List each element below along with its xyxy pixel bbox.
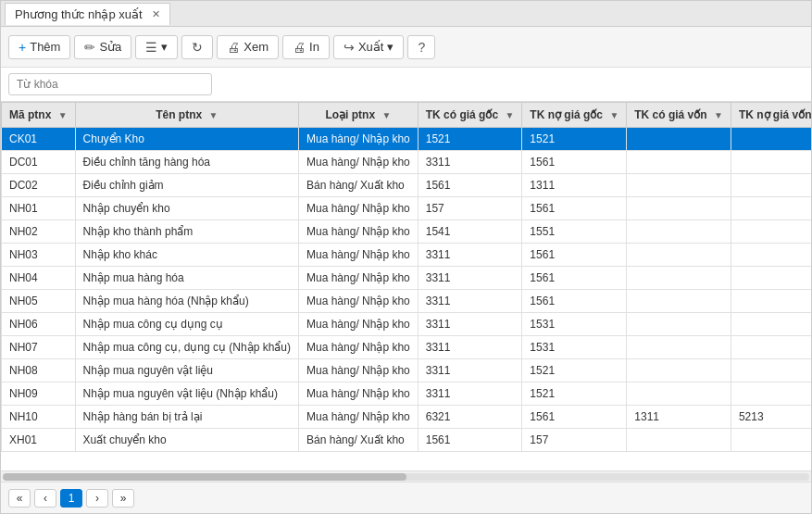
cell-tk_co_gia_von [627, 290, 731, 313]
table-row[interactable]: NH01Nhập chuyển khoMua hàng/ Nhập kho157… [2, 197, 812, 220]
export-dropdown-icon: ▾ [387, 40, 394, 54]
cell-tk_co_gia_goc: 1561 [418, 174, 522, 197]
cell-tk_no_gia_von [731, 244, 811, 267]
cell-ma_ptnx: NH01 [2, 197, 76, 220]
cell-tk_no_gia_von [731, 197, 811, 220]
view-label: Xem [244, 40, 269, 54]
print-icon: 🖨 [293, 40, 306, 55]
cell-tk_no_gia_von [731, 336, 811, 359]
cell-tk_no_gia_von [731, 429, 811, 452]
filter-icon-tk-co-gia-goc: ▼ [505, 110, 514, 120]
add-button[interactable]: + Thêm [8, 35, 70, 59]
cell-loai_ptnx: Mua hàng/ Nhập kho [299, 197, 418, 220]
table-row[interactable]: NH10Nhập hàng bán bị trả lạiMua hàng/ Nh… [2, 406, 812, 429]
cell-ma_ptnx: NH07 [2, 336, 76, 359]
cell-ma_ptnx: XH01 [2, 429, 76, 452]
cell-ten_ptnx: Nhập mua nguyên vật liệu [75, 359, 298, 382]
col-ten-ptnx[interactable]: Tên ptnx ▼ [75, 103, 298, 128]
cell-tk_no_gia_goc: 1521 [522, 359, 627, 382]
last-page-button[interactable]: » [112, 489, 134, 508]
refresh-button[interactable]: ↻ [181, 35, 213, 59]
cell-tk_no_gia_von [731, 313, 811, 336]
cell-tk_co_gia_goc: 3311 [418, 336, 522, 359]
table-row[interactable]: NH07Nhập mua công cụ, dụng cụ (Nhập khẩu… [2, 336, 812, 359]
edit-button[interactable]: ✏ Sửa [74, 35, 131, 59]
cell-loai_ptnx: Mua hàng/ Nhập kho [299, 220, 418, 244]
cell-tk_co_gia_von [627, 359, 731, 382]
table-row[interactable]: XH01Xuất chuyển khoBán hàng/ Xuất kho156… [2, 429, 812, 452]
cell-tk_co_gia_von [627, 244, 731, 267]
table-header-row: Mã ptnx ▼ Tên ptnx ▼ Loại ptnx ▼ TK có g… [2, 103, 812, 128]
cell-tk_no_gia_goc: 1551 [522, 220, 627, 244]
edit-icon: ✏ [84, 40, 95, 55]
cell-tk_co_gia_goc: 3311 [418, 244, 522, 267]
tab-close-icon[interactable]: ✕ [152, 8, 160, 20]
cell-ten_ptnx: Chuyển Kho [75, 128, 298, 151]
cell-tk_no_gia_von [731, 359, 811, 382]
first-page-button[interactable]: « [8, 489, 31, 508]
cell-loai_ptnx: Mua hàng/ Nhập kho [299, 336, 418, 359]
cell-ma_ptnx: CK01 [2, 128, 76, 151]
filter-icon-ma-ptnx: ▼ [58, 110, 68, 120]
cell-ma_ptnx: NH05 [2, 290, 76, 313]
table-row[interactable]: NH03Nhập kho khácMua hàng/ Nhập kho33111… [2, 244, 812, 267]
cell-ten_ptnx: Nhập kho thành phẩm [75, 220, 298, 244]
search-input[interactable] [8, 73, 212, 95]
col-ma-ptnx[interactable]: Mã ptnx ▼ [2, 103, 76, 128]
cell-loai_ptnx: Mua hàng/ Nhập kho [299, 244, 418, 267]
table-row[interactable]: DC02Điều chỉnh giảmBán hàng/ Xuất kho156… [2, 174, 812, 197]
cell-ten_ptnx: Nhập mua hàng hóa [75, 267, 298, 290]
table-row[interactable]: NH08Nhập mua nguyên vật liệuMua hàng/ Nh… [2, 359, 812, 382]
table-area: Mã ptnx ▼ Tên ptnx ▼ Loại ptnx ▼ TK có g… [1, 102, 811, 470]
toolbar: + Thêm ✏ Sửa ☰ ▾ ↻ 🖨 Xem 🖨 In ↪ Xuất ▾ ? [1, 27, 811, 68]
cell-tk_no_gia_von [731, 220, 811, 244]
cell-ma_ptnx: NH10 [2, 406, 76, 429]
col-tk-no-gia-goc[interactable]: TK nợ giá gốc ▼ [522, 103, 627, 128]
view-button[interactable]: 🖨 Xem [217, 35, 279, 59]
next-page-button[interactable]: › [86, 489, 108, 508]
table-row[interactable]: NH02Nhập kho thành phẩmMua hàng/ Nhập kh… [2, 220, 812, 244]
cell-tk_co_gia_goc: 3311 [418, 267, 522, 290]
cell-loai_ptnx: Mua hàng/ Nhập kho [299, 382, 418, 406]
add-label: Thêm [30, 40, 60, 54]
table-row[interactable]: NH09Nhập mua nguyên vật liệu (Nhập khẩu)… [2, 382, 812, 406]
cell-tk_no_gia_goc: 1561 [522, 151, 627, 174]
scrollbar-track [3, 473, 809, 481]
filter-icon-ten-ptnx: ▼ [209, 110, 219, 120]
view-icon: 🖨 [227, 40, 240, 55]
tab-label: Phương thức nhập xuất [15, 7, 143, 21]
cell-tk_co_gia_goc: 1541 [418, 220, 522, 244]
table-row[interactable]: NH06Nhập mua công cụ dụng cụMua hàng/ Nh… [2, 313, 812, 336]
help-button[interactable]: ? [407, 35, 435, 59]
prev-page-button[interactable]: ‹ [34, 489, 56, 508]
table-row[interactable]: NH05Nhập mua hàng hóa (Nhập khẩu)Mua hàn… [2, 290, 812, 313]
export-label: Xuất [358, 40, 384, 54]
scrollbar-thumb[interactable] [3, 473, 406, 481]
table-row[interactable]: NH04Nhập mua hàng hóaMua hàng/ Nhập kho3… [2, 267, 812, 290]
cell-tk_co_gia_von [627, 128, 731, 151]
table-row[interactable]: DC01Điều chỉnh tăng hàng hóaMua hàng/ Nh… [2, 151, 812, 174]
print-button[interactable]: 🖨 In [282, 35, 330, 59]
col-tk-co-gia-von[interactable]: TK có giá vốn ▼ [627, 103, 731, 128]
col-tk-no-gia-von[interactable]: TK nợ giá vốn ▼ [731, 103, 811, 128]
export-button[interactable]: ↪ Xuất ▾ [333, 35, 405, 59]
cell-tk_no_gia_goc: 1561 [522, 290, 627, 313]
cell-tk_no_gia_goc: 1561 [522, 267, 627, 290]
horizontal-scrollbar[interactable] [1, 470, 811, 482]
cell-tk_no_gia_goc: 1311 [522, 174, 627, 197]
tab-phuong-thuc-nhap-xuat[interactable]: Phương thức nhập xuất ✕ [5, 3, 170, 25]
current-page-button[interactable]: 1 [60, 489, 82, 508]
cell-tk_no_gia_goc: 1521 [522, 128, 627, 151]
pagination-bar: « ‹ 1 › » [1, 482, 811, 513]
menu-button[interactable]: ☰ ▾ [135, 35, 178, 59]
cell-tk_co_gia_goc: 3311 [418, 313, 522, 336]
cell-tk_co_gia_von [627, 220, 731, 244]
cell-tk_no_gia_goc: 157 [522, 429, 627, 452]
cell-loai_ptnx: Mua hàng/ Nhập kho [299, 313, 418, 336]
cell-tk_no_gia_von [731, 267, 811, 290]
col-loai-ptnx[interactable]: Loại ptnx ▼ [299, 103, 418, 128]
filter-icon-tk-no-gia-goc: ▼ [609, 110, 618, 120]
table-row[interactable]: CK01Chuyển KhoMua hàng/ Nhập kho15211521 [2, 128, 812, 151]
col-tk-co-gia-goc[interactable]: TK có giá gốc ▼ [418, 103, 522, 128]
cell-tk_co_gia_von [627, 382, 731, 406]
